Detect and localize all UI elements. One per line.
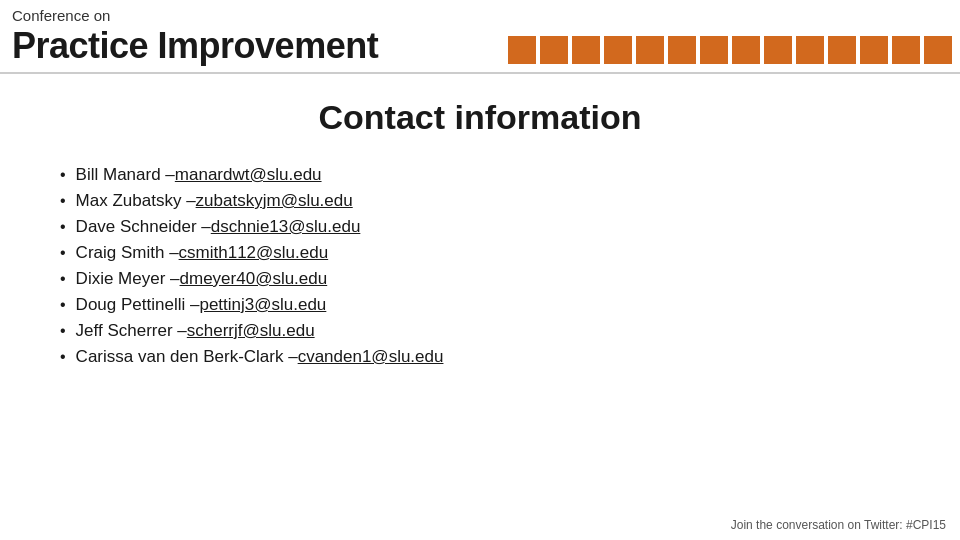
orange-square-0: [508, 36, 536, 64]
orange-square-5: [668, 36, 696, 64]
contact-name-0: Bill Manard –: [76, 165, 175, 185]
logo-area: Conference on Practice Improvement: [12, 6, 378, 65]
orange-square-4: [636, 36, 664, 64]
orange-squares-strip: [508, 36, 960, 64]
contact-email-1[interactable]: zubatskyjm@slu.edu: [196, 191, 353, 211]
main-content: Contact information Bill Manard – manard…: [0, 88, 960, 510]
contact-item-3: Craig Smith – csmith112@slu.edu: [60, 243, 900, 263]
contact-item-4: Dixie Meyer – dmeyer40@slu.edu: [60, 269, 900, 289]
orange-square-6: [700, 36, 728, 64]
orange-square-13: [924, 36, 952, 64]
orange-square-11: [860, 36, 888, 64]
orange-square-12: [892, 36, 920, 64]
contact-item-6: Jeff Scherrer – scherrjf@slu.edu: [60, 321, 900, 341]
contact-email-3[interactable]: csmith112@slu.edu: [179, 243, 329, 263]
header-divider: [0, 72, 960, 74]
orange-square-7: [732, 36, 760, 64]
contact-email-6[interactable]: scherrjf@slu.edu: [187, 321, 315, 341]
conference-on-text: Conference on: [12, 6, 378, 26]
contact-name-1: Max Zubatsky –: [76, 191, 196, 211]
contact-item-1: Max Zubatsky – zubatskyjm@slu.edu: [60, 191, 900, 211]
practice-improvement-text: Practice Improvement: [12, 26, 378, 66]
contact-email-4[interactable]: dmeyer40@slu.edu: [180, 269, 328, 289]
contact-item-7: Carissa van den Berk-Clark – cvanden1@sl…: [60, 347, 900, 367]
contact-item-0: Bill Manard – manardwt@slu.edu: [60, 165, 900, 185]
contact-name-6: Jeff Scherrer –: [76, 321, 187, 341]
contact-name-2: Dave Schneider –: [76, 217, 211, 237]
orange-square-2: [572, 36, 600, 64]
contact-email-2[interactable]: dschnie13@slu.edu: [211, 217, 361, 237]
contact-email-0[interactable]: manardwt@slu.edu: [175, 165, 322, 185]
contact-email-5[interactable]: pettinj3@slu.edu: [199, 295, 326, 315]
contact-item-2: Dave Schneider – dschnie13@slu.edu: [60, 217, 900, 237]
contact-name-4: Dixie Meyer –: [76, 269, 180, 289]
header: Conference on Practice Improvement: [0, 0, 960, 72]
orange-square-1: [540, 36, 568, 64]
contact-name-5: Doug Pettinelli –: [76, 295, 200, 315]
contact-name-7: Carissa van den Berk-Clark –: [76, 347, 298, 367]
footer: Join the conversation on Twitter: #CPI15: [731, 518, 946, 532]
contact-name-3: Craig Smith –: [76, 243, 179, 263]
orange-square-3: [604, 36, 632, 64]
orange-square-10: [828, 36, 856, 64]
orange-square-9: [796, 36, 824, 64]
contact-email-7[interactable]: cvanden1@slu.edu: [298, 347, 444, 367]
orange-square-8: [764, 36, 792, 64]
twitter-text: Join the conversation on Twitter: #CPI15: [731, 518, 946, 532]
contact-list: Bill Manard – manardwt@slu.eduMax Zubats…: [60, 165, 900, 367]
page-title: Contact information: [60, 98, 900, 137]
contact-item-5: Doug Pettinelli – pettinj3@slu.edu: [60, 295, 900, 315]
